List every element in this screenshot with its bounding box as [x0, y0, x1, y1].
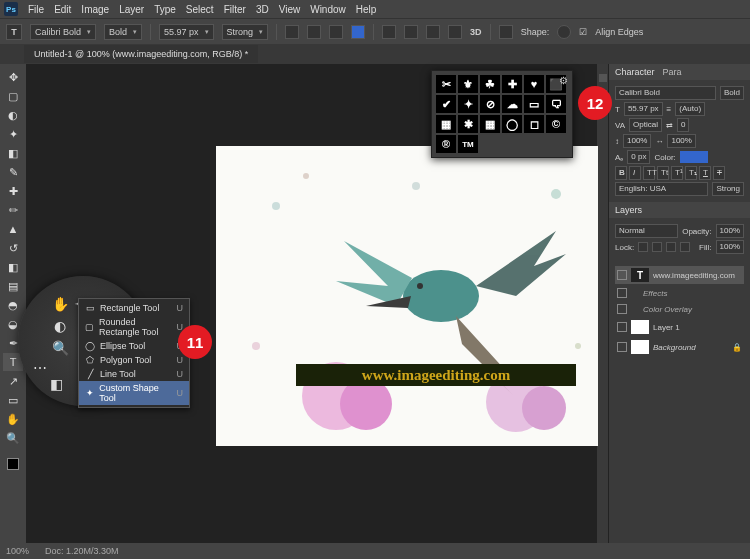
3d-icon[interactable]: 3D	[470, 27, 482, 37]
line-tool-item[interactable]: ╱Line ToolU	[79, 367, 189, 381]
menu-help[interactable]: Help	[356, 4, 377, 15]
char-kerning[interactable]: Optical	[629, 118, 662, 132]
tool-preset[interactable]: T	[6, 24, 22, 40]
collapsed-icon[interactable]	[599, 74, 607, 82]
antialias-select[interactable]: Strong	[222, 24, 269, 40]
shape-copyright-icon[interactable]: ©	[546, 115, 566, 133]
fill-icon[interactable]	[499, 25, 513, 39]
lock-trans-icon[interactable]	[638, 242, 648, 252]
stamp-tool-icon[interactable]: ▲	[3, 220, 23, 238]
eraser-tool-icon[interactable]: ◧	[3, 258, 23, 276]
zoom-large-icon[interactable]: 🔍	[50, 340, 70, 356]
shape-fleur-icon[interactable]: ⚜	[458, 75, 478, 93]
char-weight[interactable]: Bold	[720, 86, 744, 100]
align-center-icon[interactable]	[307, 25, 321, 39]
visibility-icon[interactable]	[617, 322, 627, 332]
caps-button[interactable]: TT	[643, 166, 655, 180]
char-font[interactable]: Calibri Bold	[615, 86, 716, 100]
smallcaps-button[interactable]: Tt	[657, 166, 669, 180]
path-large-icon[interactable]: ◐	[50, 318, 70, 334]
shape-dropdown[interactable]	[557, 25, 571, 39]
warp-text-icon[interactable]	[382, 25, 396, 39]
hand-tool-large-icon[interactable]: ✋	[50, 296, 70, 312]
eyedropper-tool-icon[interactable]: ✎	[3, 163, 23, 181]
lock-pixels-icon[interactable]	[652, 242, 662, 252]
heal-tool-icon[interactable]: ✚	[3, 182, 23, 200]
document-canvas[interactable]: www.imageediting.com	[216, 146, 598, 446]
layer-effect-row[interactable]: Color Overlay	[615, 302, 744, 316]
layer-effect-row[interactable]: Effects	[615, 286, 744, 300]
shape-heart-icon[interactable]: ♥	[524, 75, 544, 93]
commit-icon[interactable]	[448, 25, 462, 39]
shape-clover-icon[interactable]: ☘	[480, 75, 500, 93]
gear-icon[interactable]: ⚙	[559, 75, 568, 86]
cancel-icon[interactable]	[426, 25, 440, 39]
shape-speech-icon[interactable]: 🗨	[546, 95, 566, 113]
brush-tool-icon[interactable]: ✏	[3, 201, 23, 219]
layer-row[interactable]: Layer 1	[615, 318, 744, 336]
custom-shape-picker[interactable]: ⚙ ✂ ⚜ ☘ ✚ ♥ ⬛ ✔ ✦ ⊘ ☁ ▭ 🗨 ▦ ✱ ▦ ◯ ◻ © ® …	[431, 70, 573, 158]
shape-outlinebox-icon[interactable]: ◻	[524, 115, 544, 133]
menu-type[interactable]: Type	[154, 4, 176, 15]
menu-filter[interactable]: Filter	[224, 4, 246, 15]
aa-select[interactable]: Strong	[712, 182, 744, 196]
shape-grid-icon[interactable]: ▦	[436, 115, 456, 133]
font-size-select[interactable]: 55.97 px	[159, 24, 214, 40]
italic-button[interactable]: I	[629, 166, 641, 180]
font-family-select[interactable]: Calibri Bold	[30, 24, 96, 40]
menu-window[interactable]: Window	[310, 4, 346, 15]
align-right-icon[interactable]	[329, 25, 343, 39]
char-color-swatch[interactable]	[680, 151, 708, 163]
char-vscale[interactable]: 100%	[623, 134, 651, 148]
shape-plus-icon[interactable]: ✚	[502, 75, 522, 93]
zoom-tool-icon[interactable]: 🔍	[3, 429, 23, 447]
menu-view[interactable]: View	[279, 4, 301, 15]
history-brush-icon[interactable]: ↺	[3, 239, 23, 257]
char-baseline[interactable]: 0 px	[627, 150, 650, 164]
zoom-value[interactable]: 100%	[6, 546, 29, 556]
shape-rect-icon[interactable]: ▭	[524, 95, 544, 113]
shape-registered-icon[interactable]: ®	[436, 135, 456, 153]
shape-compass-icon[interactable]: ✦	[458, 95, 478, 113]
underline-button[interactable]: T	[699, 166, 711, 180]
fill-input[interactable]: 100%	[716, 240, 744, 254]
lock-pos-icon[interactable]	[666, 242, 676, 252]
char-size[interactable]: 55.97 px	[624, 102, 663, 116]
shape-check-icon[interactable]: ✔	[436, 95, 456, 113]
polygon-tool-item[interactable]: ⬠Polygon ToolU	[79, 353, 189, 367]
swatch-large-icon[interactable]: ◧	[46, 376, 66, 392]
hand-tool-icon[interactable]: ✋	[3, 410, 23, 428]
tab-layers[interactable]: Layers	[615, 205, 642, 215]
menu-layer[interactable]: Layer	[119, 4, 144, 15]
layer-name[interactable]: www.imageediting.com	[653, 271, 735, 280]
bold-button[interactable]: B	[615, 166, 627, 180]
wand-tool-icon[interactable]: ✦	[3, 125, 23, 143]
align-edges-check[interactable]: ☑	[579, 27, 587, 37]
layer-row[interactable]: Twww.imageediting.com	[615, 266, 744, 284]
shape-trademark-icon[interactable]: TM	[458, 135, 478, 153]
shape-nosign-icon[interactable]: ⊘	[480, 95, 500, 113]
document-tab[interactable]: Untitled-1 @ 100% (www.imageediting.com,…	[24, 45, 258, 63]
char-hscale[interactable]: 100%	[667, 134, 695, 148]
visibility-icon[interactable]	[617, 288, 627, 298]
super-button[interactable]: T¹	[671, 166, 683, 180]
shape-scissors-icon[interactable]: ✂	[436, 75, 456, 93]
shape-burst-icon[interactable]: ✱	[458, 115, 478, 133]
menu-3d[interactable]: 3D	[256, 4, 269, 15]
foreground-color-swatch[interactable]	[3, 455, 23, 473]
menu-edit[interactable]: Edit	[54, 4, 71, 15]
custom-shape-tool-item[interactable]: ✦Custom Shape ToolU	[79, 381, 189, 405]
tab-character[interactable]: Character	[615, 67, 655, 77]
lasso-tool-icon[interactable]: ◐	[3, 106, 23, 124]
align-left-icon[interactable]	[285, 25, 299, 39]
crop-tool-icon[interactable]: ◧	[3, 144, 23, 162]
char-panel-icon[interactable]	[404, 25, 418, 39]
move-tool-icon[interactable]: ✥	[3, 68, 23, 86]
shape-circle-icon[interactable]: ◯	[502, 115, 522, 133]
text-color-swatch[interactable]	[351, 25, 365, 39]
visibility-icon[interactable]	[617, 270, 627, 280]
rectangle-tool-item[interactable]: ▭Rectangle ToolU	[79, 301, 189, 315]
strike-button[interactable]: T	[713, 166, 725, 180]
menu-select[interactable]: Select	[186, 4, 214, 15]
visibility-icon[interactable]	[617, 304, 627, 314]
